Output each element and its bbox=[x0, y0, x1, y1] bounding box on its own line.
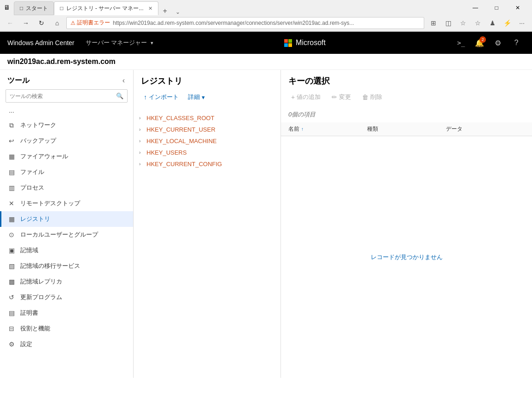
storage-migration-icon: ▧ bbox=[7, 262, 16, 270]
sidebar-item-label-certificates: 証明書 bbox=[20, 309, 38, 317]
sidebar-item-roles[interactable]: ⊟ 役割と機能 bbox=[0, 321, 133, 336]
delete-value-button[interactable]: 🗑 削除 bbox=[359, 91, 385, 103]
close-button[interactable]: ✕ bbox=[507, 0, 528, 15]
new-tab-button[interactable]: + bbox=[158, 7, 172, 15]
sidebar-item-label-network: ネットワーク bbox=[20, 121, 56, 129]
edit-value-button[interactable]: ✏ 変更 bbox=[329, 91, 354, 103]
header-center: Microsoft bbox=[164, 39, 445, 47]
sidebar-item-storage-migration[interactable]: ▧ 記憶域の移行サービス bbox=[0, 258, 133, 274]
sidebar: ツール ‹ 🔍 ··· ⧉ ネットワーク ↩ バックアップ bbox=[0, 70, 134, 378]
tab-start[interactable]: □ スタート bbox=[14, 1, 54, 15]
address-input[interactable]: ⚠ 証明書エラー https://win2019ac.ad.rem-system… bbox=[66, 17, 424, 29]
sidebar-item-certificates[interactable]: ▤ 証明書 bbox=[0, 305, 133, 321]
tree-item-hkcu[interactable]: › HKEY_CURRENT_USER bbox=[134, 124, 281, 135]
add-value-button[interactable]: + 値の追加 bbox=[288, 91, 323, 103]
sidebar-item-firewall[interactable]: ▦ ファイアウォール bbox=[0, 149, 133, 164]
tab-close-button[interactable]: ✕ bbox=[148, 6, 152, 12]
tree-item-hklm[interactable]: › HKEY_LOCAL_MACHINE bbox=[134, 135, 281, 147]
sidebar-item-label-memory: 記憶域 bbox=[20, 246, 38, 254]
edit-value-label: 変更 bbox=[339, 93, 351, 101]
details-button[interactable]: 詳細 ▾ bbox=[185, 91, 208, 103]
sidebar-item-label-local-users: ローカルユーザーとグループ bbox=[20, 231, 98, 239]
sidebar-item-local-users[interactable]: ⊙ ローカルユーザーとグループ bbox=[0, 227, 133, 243]
registry-title: レジストリ bbox=[141, 75, 273, 87]
col-type: 種類 bbox=[367, 125, 446, 133]
back-button[interactable]: ← bbox=[4, 17, 17, 29]
nav-chevron-icon: ▾ bbox=[151, 40, 153, 46]
certificates-icon: ▤ bbox=[7, 309, 16, 317]
search-input[interactable] bbox=[6, 90, 112, 102]
tab-overflow-button[interactable]: ⌄ bbox=[172, 9, 184, 15]
sidebar-item-remote-desktop[interactable]: ✕ リモートデスクトップ bbox=[0, 196, 133, 211]
tree-label-hklm: HKEY_LOCAL_MACHINE bbox=[146, 138, 216, 144]
sidebar-item-settings[interactable]: ⚙ 設定 bbox=[0, 336, 133, 352]
registry-panel: レジストリ ↑ インポート 詳細 ▾ › HKEY_CLASSES_ROOT bbox=[134, 70, 281, 378]
server-manager-nav[interactable]: サーバー マネージャー ▾ bbox=[82, 37, 158, 49]
updates-icon: ↺ bbox=[7, 294, 16, 301]
delete-value-label: 削除 bbox=[370, 93, 382, 101]
edit-value-icon: ✏ bbox=[332, 93, 337, 101]
import-icon: ↑ bbox=[144, 93, 147, 101]
tree-chevron-hkcu: › bbox=[139, 127, 145, 132]
home-button[interactable]: ⌂ bbox=[51, 17, 64, 29]
sidebar-item-backup[interactable]: ↩ バックアップ bbox=[0, 133, 133, 149]
more-button[interactable]: ··· bbox=[515, 17, 528, 29]
sidebar-list: ··· ⧉ ネットワーク ↩ バックアップ ▦ ファイアウォール ▤ ファイル bbox=[0, 106, 133, 378]
tab-registry[interactable]: □ レジストリ - サーバー マネー... ✕ bbox=[54, 1, 158, 15]
tab-registry-label: レジストリ - サーバー マネー... bbox=[66, 5, 144, 12]
sidebar-item-files[interactable]: ▤ ファイル bbox=[0, 164, 133, 180]
sidebar-item-storage-replica[interactable]: ▩ 記憶域レプリカ bbox=[0, 274, 133, 289]
tree-item-hkcr[interactable]: › HKEY_CLASSES_ROOT bbox=[134, 112, 281, 124]
key-table-header: 名前 ↑ 種類 データ bbox=[281, 122, 532, 136]
split-view-button[interactable]: ◫ bbox=[442, 17, 455, 29]
tree-item-hku[interactable]: › HKEY_USERS bbox=[134, 147, 281, 158]
sidebar-item-memory[interactable]: ▣ 記憶域 bbox=[0, 243, 133, 258]
app-header: Windows Admin Center サーバー マネージャー ▾ Micro… bbox=[0, 32, 532, 54]
bookmark-list-button[interactable]: ⊞ bbox=[427, 17, 440, 29]
tab-start-label: スタート bbox=[26, 5, 48, 12]
sidebar-collapse-button[interactable]: ‹ bbox=[122, 75, 126, 86]
microsoft-label: Microsoft bbox=[296, 39, 326, 47]
key-header: キーの選択 + 値の追加 ✏ 変更 🗑 削除 bbox=[281, 70, 532, 110]
settings-nav-icon: ⚙ bbox=[7, 341, 16, 348]
search-box: 🔍 bbox=[6, 89, 128, 103]
registry-toolbar: ↑ インポート 詳細 ▾ bbox=[141, 91, 273, 103]
settings-button[interactable]: ⚙ bbox=[490, 35, 506, 51]
maximize-button[interactable]: □ bbox=[486, 0, 507, 15]
terminal-icon: >_ bbox=[457, 39, 465, 46]
tree-chevron-hkcr: › bbox=[139, 116, 145, 121]
sidebar-item-top[interactable]: ··· bbox=[0, 106, 133, 117]
collection-button[interactable]: ☆ bbox=[471, 17, 484, 29]
import-button[interactable]: ↑ インポート bbox=[141, 91, 181, 103]
registry-header: レジストリ ↑ インポート 詳細 ▾ bbox=[134, 70, 281, 110]
page: win2019ac.ad.rem-system.com ツール ‹ 🔍 ··· … bbox=[0, 54, 532, 378]
memory-icon: ▣ bbox=[7, 247, 16, 254]
extension-button[interactable]: ⚡ bbox=[501, 17, 514, 29]
key-body: レコードが見つかりません bbox=[281, 136, 532, 378]
sidebar-item-label-storage-replica: 記憶域レプリカ bbox=[20, 277, 62, 286]
minimize-button[interactable]: — bbox=[465, 0, 486, 15]
terminal-button[interactable]: >_ bbox=[453, 35, 469, 51]
details-chevron-icon: ▾ bbox=[202, 94, 205, 101]
window-controls: — □ ✕ bbox=[465, 0, 528, 15]
notifications-button[interactable]: 🔔 2 bbox=[471, 35, 488, 51]
sidebar-item-registry[interactable]: ▦ レジストリ bbox=[0, 211, 133, 227]
tree-item-hkcc[interactable]: › HKEY_CURRENT_CONFIG bbox=[134, 158, 281, 170]
sidebar-item-processes[interactable]: ▥ プロセス bbox=[0, 180, 133, 196]
forward-button[interactable]: → bbox=[19, 17, 32, 29]
profile-button[interactable]: ♟ bbox=[486, 17, 499, 29]
cert-warning-icon: ⚠ 証明書エラー bbox=[70, 19, 110, 27]
browser-icon: 🖥 bbox=[4, 4, 11, 11]
sidebar-item-updates[interactable]: ↺ 更新プログラム bbox=[0, 289, 133, 305]
refresh-button[interactable]: ↻ bbox=[35, 17, 48, 29]
help-button[interactable]: ? bbox=[508, 35, 525, 51]
settings-icon: ⚙ bbox=[495, 39, 501, 47]
network-icon: ⧉ bbox=[7, 121, 16, 129]
delete-value-icon: 🗑 bbox=[362, 93, 368, 101]
details-label: 詳細 bbox=[188, 93, 200, 101]
sidebar-item-label-processes: プロセス bbox=[20, 184, 44, 192]
favorite-button[interactable]: ☆ bbox=[456, 17, 469, 29]
sidebar-item-network[interactable]: ⧉ ネットワーク bbox=[0, 117, 133, 133]
tab-start-icon: □ bbox=[20, 5, 23, 12]
tree-label-hkcu: HKEY_CURRENT_USER bbox=[146, 126, 216, 133]
